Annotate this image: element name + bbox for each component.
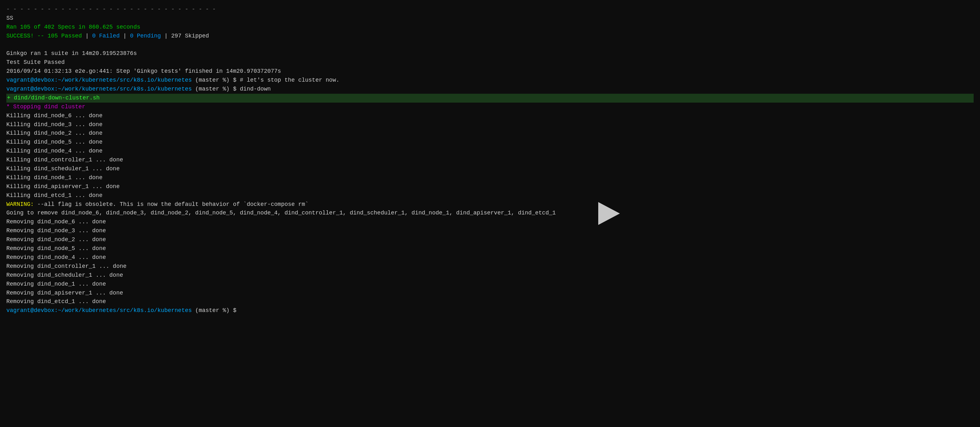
blank-line-1 [6,41,974,49]
dashes-line: - - - - - - - - - - - - - - - - - - - - … [6,5,974,14]
remove-node5-line: Removing dind_node_5 ... done [6,244,974,253]
terminal-container: - - - - - - - - - - - - - - - - - - - - … [6,5,974,427]
final-prompt-line: vagrant@devbox:~/work/kubernetes/src/k8s… [6,306,974,315]
play-button[interactable] [595,201,620,226]
play-icon [598,202,620,225]
remove-node4-line: Removing dind_node_4 ... done [6,253,974,262]
kill-controller1-line: Killing dind_controller_1 ... done [6,156,974,165]
kill-apiserver1-line: Killing dind_apiserver_1 ... done [6,183,974,191]
remove-node3-line: Removing dind_node_3 ... done [6,227,974,235]
kill-node2-line: Killing dind_node_2 ... done [6,129,974,138]
going-to-remove-line: Going to remove dind_node_6, dind_node_3… [6,209,974,217]
remove-node1-line: Removing dind_node_1 ... done [6,280,974,289]
remove-scheduler1-line: Removing dind_scheduler_1 ... done [6,271,974,280]
kill-node5-line: Killing dind_node_5 ... done [6,138,974,147]
kill-etcd1-line: Killing dind_etcd_1 ... done [6,191,974,200]
kill-node4-line: Killing dind_node_4 ... done [6,147,974,156]
ran-specs-line: Ran 105 of 402 Specs in 860.625 seconds [6,23,974,32]
remove-etcd1-line: Removing dind_etcd_1 ... done [6,297,974,306]
remove-controller1-line: Removing dind_controller_1 ... done [6,262,974,271]
prompt-line-1: vagrant@devbox:~/work/kubernetes/src/k8s… [6,76,974,85]
remove-node6-line: Removing dind_node_6 ... done [6,217,974,227]
kill-node1-line: Killing dind_node_1 ... done [6,173,974,183]
remove-apiserver1-line: Removing dind_apiserver_1 ... done [6,289,974,298]
kill-node3-line: Killing dind_node_3 ... done [6,121,974,129]
kill-node6-line: Killing dind_node_6 ... done [6,111,974,121]
ginkgo-ran-line: Ginkgo ran 1 suite in 14m20.919523876s [6,49,974,58]
stopping-line: * Stopping dind cluster [6,103,974,111]
remove-node2-line: Removing dind_node_2 ... done [6,235,974,244]
kill-scheduler1-line: Killing dind_scheduler_1 ... done [6,165,974,173]
ss-line: SS [6,14,974,23]
step-finished-line: 2016/09/14 01:32:13 e2e.go:441: Step 'Gi… [6,67,974,76]
warning-line: WARNING: --all flag is obsolete. This is… [6,200,974,209]
test-suite-passed-line: Test Suite Passed [6,58,974,67]
prompt-line-2: vagrant@devbox:~/work/kubernetes/src/k8s… [6,85,974,94]
script-line: + dind/dind-down-cluster.sh [6,94,974,103]
success-line: SUCCESS! -- 105 Passed | 0 Failed | 0 Pe… [6,32,974,41]
